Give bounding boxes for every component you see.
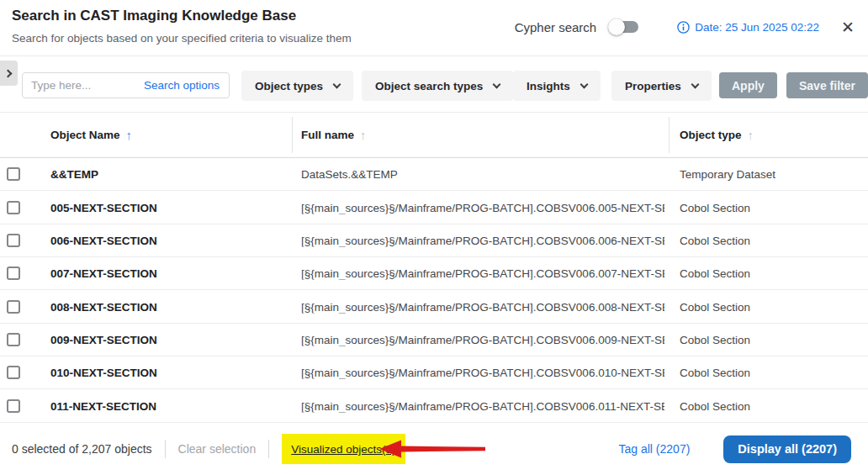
footer-right: Tag all (2207) Display all (2207) [619, 423, 852, 475]
apply-button[interactable]: Apply [719, 72, 777, 98]
page-subtitle: Search for objects based on your specifi… [12, 32, 352, 45]
table-row[interactable]: 007-NEXT-SECTION [§{main_sources}§/Mainf… [0, 257, 868, 290]
save-filter-button[interactable]: Save filter [786, 72, 868, 98]
display-all-button[interactable]: Display all (2207) [723, 435, 851, 463]
row-checkbox[interactable] [7, 167, 20, 181]
column-divider [292, 117, 293, 153]
sort-asc-icon[interactable]: ↑ [360, 128, 367, 142]
table-row[interactable]: &&TEMP DataSets.&&TEMP Temporary Dataset [0, 158, 868, 191]
cypher-search-toggle[interactable] [608, 18, 638, 35]
row-checkbox[interactable] [7, 201, 20, 214]
column-header-object-type[interactable]: Object type ↑ [680, 112, 754, 158]
search-input[interactable] [23, 79, 144, 92]
table-row[interactable]: 011-NEXT-SECTION [§{main_sources}§/Mainf… [0, 389, 868, 422]
table-row[interactable]: 006-NEXT-SECTION [§{main_sources}§/Mainf… [0, 224, 868, 257]
dropdown-insights[interactable]: Insights [513, 71, 601, 101]
column-header-full-name[interactable]: Full name ↑ [301, 112, 367, 158]
footer-divider [268, 440, 269, 458]
search-box: Search options [22, 72, 230, 98]
annotation-arrow [378, 438, 487, 460]
chevron-down-icon [333, 80, 341, 88]
table-header: Object Name ↑ Full name ↑ Object type ↑ [0, 112, 868, 158]
row-checkbox[interactable] [7, 300, 20, 314]
chevron-down-icon [493, 80, 501, 88]
dropdown-object-search-types[interactable]: Object search types [362, 71, 513, 101]
row-checkbox[interactable] [7, 366, 20, 379]
table-row[interactable]: 010-NEXT-SECTION [§{main_sources}§/Mainf… [0, 356, 868, 389]
header-divider [0, 55, 868, 56]
search-dialog: Search in CAST Imaging Knowledge Base Se… [0, 0, 868, 475]
chevron-down-icon [691, 80, 699, 88]
footer-divider [165, 440, 166, 458]
table-row[interactable]: 005-NEXT-SECTION [§{main_sources}§/Mainf… [0, 191, 868, 224]
close-icon[interactable]: ✕ [841, 19, 855, 35]
dropdown-properties[interactable]: Properties [611, 71, 712, 101]
info-icon [677, 21, 690, 34]
sort-asc-icon[interactable]: ↑ [748, 128, 754, 142]
selection-summary: 0 selected of 2,207 objects [12, 442, 152, 456]
row-checkbox[interactable] [7, 399, 20, 413]
table-row[interactable]: 008-NEXT-SECTION [§{main_sources}§/Mainf… [0, 290, 868, 323]
footer-left: 0 selected of 2,207 objects Clear select… [12, 423, 405, 475]
cypher-search-label: Cypher search [515, 20, 597, 34]
sort-asc-icon[interactable]: ↑ [126, 128, 133, 142]
clear-selection-button[interactable]: Clear selection [178, 442, 257, 456]
header-actions: Cypher search Date: 25 Jun 2025 02:22 ✕ [515, 0, 855, 54]
row-checkbox[interactable] [7, 333, 20, 346]
chevron-down-icon [580, 80, 588, 88]
column-header-object-name[interactable]: Object Name ↑ [50, 112, 132, 158]
tag-all-link[interactable]: Tag all (2207) [619, 442, 691, 456]
search-options-link[interactable]: Search options [144, 79, 229, 92]
page-title: Search in CAST Imaging Knowledge Base [12, 8, 296, 24]
dropdown-object-types[interactable]: Object types [241, 71, 353, 101]
toggle-thumb-icon [608, 18, 625, 35]
date-text: Date: 25 Jun 2025 02:22 [695, 21, 819, 34]
chevron-right-icon [3, 69, 12, 77]
column-divider [669, 117, 670, 153]
row-checkbox[interactable] [7, 234, 20, 247]
expand-panel-button[interactable] [0, 61, 18, 86]
date-info: Date: 25 Jun 2025 02:22 [677, 21, 819, 34]
table-body: &&TEMP DataSets.&&TEMP Temporary Dataset… [0, 158, 868, 423]
row-checkbox[interactable] [7, 267, 20, 280]
table-row[interactable]: 009-NEXT-SECTION [§{main_sources}§/Mainf… [0, 324, 868, 356]
